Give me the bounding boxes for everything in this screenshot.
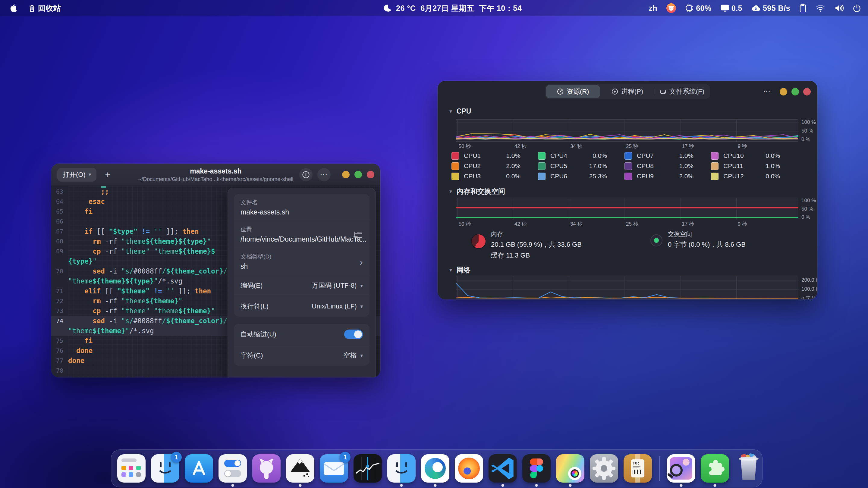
location-label: 位置 [241,226,363,233]
minimize-button[interactable] [342,171,350,178]
dock-item-inkscape[interactable] [286,454,314,483]
cpu-legend-item[interactable]: CPU71.0% [624,152,711,160]
cpu-legend-item[interactable]: CPU81.0% [624,162,711,170]
document-title: make-assets.sh [110,167,321,175]
dock-item-finder[interactable]: 1 [151,454,179,483]
legend-color-swatch[interactable] [711,173,718,180]
dock-item-github-desktop[interactable] [252,454,281,483]
dock-item-settings-toggles[interactable] [218,454,247,483]
cpu-name: CPU6 [550,173,578,180]
close-button[interactable] [803,88,811,96]
dock-item-extensions[interactable] [701,454,729,483]
line-number: 75 [51,336,68,346]
cpu-legend-item[interactable]: CPU11.0% [452,152,538,160]
maximize-button[interactable] [792,88,799,96]
legend-color-swatch[interactable] [452,162,459,170]
cpu-indicator[interactable]: 60% [685,4,712,13]
legend-color-swatch[interactable] [624,173,632,180]
location-row[interactable]: 位置 /home/vince/Documents/GitHub/MacTa... [234,221,370,248]
dock-item-image-viewer[interactable] [667,454,695,483]
encoding-label: 编码(E) [241,281,262,290]
cpu-legend-item[interactable]: CPU625.3% [538,173,624,180]
y-axis-tick: 0 % [801,214,810,220]
legend-color-swatch[interactable] [452,152,459,160]
cpu-name: CPU9 [637,173,664,180]
cpu-legend-item[interactable]: CPU22.0% [452,162,538,170]
minimize-button[interactable] [780,88,787,96]
open-button-label: 打开(O) [63,170,86,179]
display-indicator[interactable]: 0.5 [721,4,742,13]
tab-resources[interactable]: 资源(R) [546,85,600,98]
tab-processes[interactable]: 进程(P) [600,85,654,98]
menubar-clock[interactable]: 26 °C 6月27日 星期五 下午 10：54 [382,3,522,13]
figma-icon [522,454,551,483]
auto-indent-row: 自动缩进(U) [234,324,370,345]
legend-color-swatch[interactable] [624,152,632,160]
disclosure-triangle-icon: ▼ [448,267,453,272]
dock-item-vscode[interactable] [489,454,517,483]
legend-color-swatch[interactable] [452,173,459,180]
app-store-icon [185,454,213,483]
dock-item-files[interactable] [387,454,415,483]
primary-menu-button[interactable]: ⋯ [761,85,774,98]
line-number: 76 [51,346,68,356]
volume-icon[interactable] [834,4,844,12]
cpu-legend-item[interactable]: CPU92.0% [624,173,711,180]
power-icon[interactable] [853,4,861,12]
legend-color-swatch[interactable] [711,152,718,160]
input-method-indicator[interactable]: zh [649,4,657,13]
legend-color-swatch[interactable] [538,152,546,160]
line-number: 71 [51,286,68,296]
cpu-legend-item[interactable]: CPU120.0% [711,173,798,180]
cpu-name: CPU4 [550,152,578,159]
char-row[interactable]: 字符(C) 空格▾ [234,345,370,366]
doc-type-row[interactable]: 文档类型(D) sh › [234,248,370,275]
cpu-legend-item[interactable]: CPU100.0% [711,152,798,160]
file-name-label: 文件名 [241,198,363,206]
dock-item-trash[interactable] [735,454,763,483]
dock-item-parcel[interactable]: TO: [624,454,652,483]
close-button[interactable] [367,171,374,178]
open-button[interactable]: 打开(O) ▾ [57,168,96,182]
memory-section-header[interactable]: ▼ 内存和交换空间 [448,187,505,196]
dock-item-launchpad[interactable] [117,454,146,483]
dock-item-edge[interactable] [421,454,450,483]
cpu-section-header[interactable]: ▼ CPU [448,107,471,116]
legend-color-swatch[interactable] [711,162,718,170]
dock-item-figma[interactable] [522,454,551,483]
apple-icon[interactable] [10,4,18,13]
legend-color-swatch[interactable] [538,173,546,180]
cpu-legend-item[interactable]: CPU111.0% [711,162,798,170]
cpu-legend-item[interactable]: CPU40.0% [538,152,624,160]
x-axis-tick: 34 秒 [570,143,583,150]
maximize-button[interactable] [354,171,362,178]
cpu-legend-item[interactable]: CPU517.0% [538,162,624,170]
cpu-legend-item[interactable]: CPU30.0% [452,173,538,180]
finder-badge: 1 [171,452,182,463]
dock-item-mail[interactable]: 1 [320,454,348,483]
clipboard-icon[interactable] [799,4,807,13]
dock-item-stocks[interactable] [353,454,382,483]
x-axis-tick: 25 秒 [626,221,638,227]
legend-color-swatch[interactable] [624,162,632,170]
network-speed-indicator[interactable]: 595 B/s [751,4,790,13]
edge-icon [421,454,450,483]
legend-color-swatch[interactable] [538,162,546,170]
disclosure-triangle-icon: ▼ [448,189,453,194]
dock-item-app-store[interactable] [185,454,213,483]
encoding-row[interactable]: 编码(E) 万国码 (UTF-8)▾ [234,275,370,296]
wifi-icon[interactable] [815,4,825,12]
network-section-header[interactable]: ▼ 网络 [448,265,470,275]
auto-indent-toggle[interactable] [344,330,363,339]
line-number: 65 [51,207,68,217]
cpu-history-chart: 100 %50 %0 %50 秒42 秒34 秒25 秒17 秒9 秒 [456,119,798,141]
app-menu[interactable]: 回收站 [28,3,61,13]
dock-item-color-picker[interactable] [556,454,584,483]
tab-filesystems[interactable]: 文件系统(F) [655,85,709,98]
y-axis-tick: 50 % [801,206,813,212]
file-name-value: make-assets.sh [241,208,363,216]
line-ending-row[interactable]: 换行符(L) Unix/Linux (LF)▾ [234,296,370,317]
dock-item-firefox[interactable] [455,454,483,483]
dock-item-system-settings[interactable] [590,454,618,483]
cat-indicator-icon[interactable] [666,3,676,13]
